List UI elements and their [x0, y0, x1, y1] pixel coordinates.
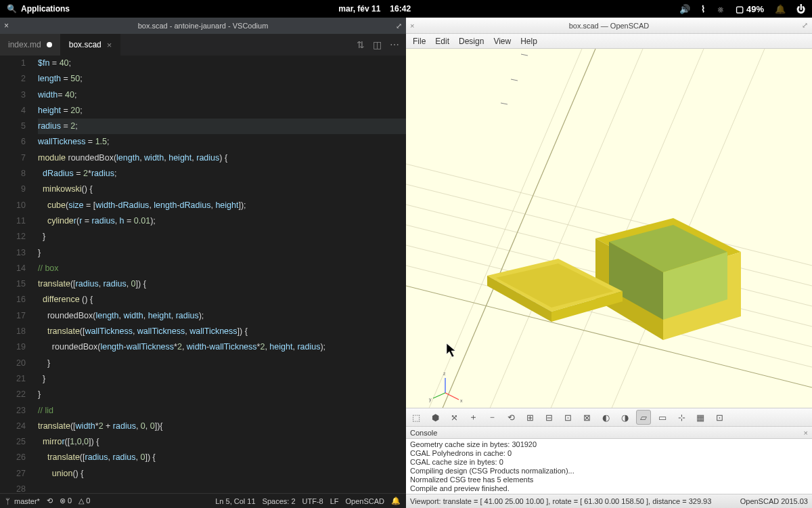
axes-icon[interactable]: ⊹ — [674, 410, 689, 425]
code-content[interactable]: $fn = 40;length = 50;width= 40;height = … — [38, 56, 406, 493]
tab-label: box.scad — [69, 40, 102, 49]
battery-indicator[interactable]: ▢ 49% — [736, 4, 764, 14]
menu-design[interactable]: Design — [455, 35, 488, 47]
preview-icon[interactable]: ⬚ — [409, 410, 424, 425]
tab-label: index.md — [8, 40, 41, 49]
zoom-out-icon[interactable]: － — [484, 410, 499, 425]
search-icon: 🔍 — [7, 4, 17, 14]
bell-icon[interactable]: 🔔 — [391, 496, 401, 505]
svg-line-11 — [440, 49, 595, 408]
tab-box-scad[interactable]: box.scad × — [61, 34, 121, 56]
vscodium-window: × box.scad - antoine-jaunard - VSCodium … — [0, 18, 406, 508]
line-gutter: 1234567891011121314151617181920212223242… — [0, 56, 38, 493]
clock[interactable]: mar, fév 11 16:42 — [338, 4, 411, 14]
code-editor[interactable]: 1234567891011121314151617181920212223242… — [0, 56, 406, 493]
svg-text:x: x — [460, 398, 463, 403]
menu-edit[interactable]: Edit — [431, 35, 453, 47]
window-title: box.scad — OpenSCAD — [569, 22, 650, 30]
reset-view-icon[interactable]: ⟲ — [503, 410, 518, 425]
language-mode[interactable]: OpenSCAD — [346, 497, 384, 505]
svg-line-7 — [487, 49, 643, 408]
scale-icon[interactable]: ⊡ — [712, 410, 727, 425]
time-label: 16:42 — [390, 4, 411, 14]
view-right-icon[interactable]: ⊞ — [522, 410, 537, 425]
console-output[interactable]: Geometry cache size in bytes: 301920CGAL… — [406, 439, 812, 494]
menu-view[interactable]: View — [489, 35, 515, 47]
more-icon[interactable]: ⋯ — [390, 39, 399, 50]
applications-label: Applications — [21, 4, 70, 14]
version-label: OpenSCAD 2015.03 — [740, 497, 808, 505]
view-left-icon[interactable]: ⊠ — [579, 410, 594, 425]
console-header[interactable]: Console × — [406, 427, 812, 439]
warnings-count[interactable]: △ 0 — [78, 496, 90, 505]
maximize-icon[interactable]: ⤢ — [396, 22, 402, 30]
svg-line-14 — [521, 54, 528, 56]
notifications-icon[interactable]: 🔔 — [775, 4, 786, 14]
applications-menu[interactable]: 🔍 Applications — [7, 4, 70, 14]
perspective-icon[interactable]: ▱ — [636, 410, 651, 425]
orthogonal-icon[interactable]: ▭ — [655, 410, 670, 425]
errors-count[interactable]: ⊗ 0 — [60, 496, 72, 505]
3d-viewport[interactable]: z x y — [406, 49, 812, 408]
vscodium-statusbar: ᛘ master* ⟲ ⊗ 0 △ 0 Ln 5, Col 11 Spaces:… — [0, 493, 406, 508]
window-title: box.scad - antoine-jaunard - VSCodium — [138, 22, 269, 30]
render-box — [595, 218, 741, 340]
svg-text:z: z — [443, 371, 446, 376]
cursor-position[interactable]: Ln 5, Col 11 — [215, 497, 255, 505]
view-back-icon[interactable]: ◑ — [617, 410, 632, 425]
cursor-icon — [447, 343, 455, 357]
volume-icon[interactable]: 🔊 — [679, 4, 690, 14]
zoom-in-icon[interactable]: ＋ — [466, 410, 480, 425]
svg-line-6 — [426, 49, 582, 408]
menu-file[interactable]: File — [409, 35, 430, 47]
view-bottom-icon[interactable]: ⊡ — [560, 410, 575, 425]
close-icon[interactable]: × — [410, 22, 414, 30]
edges-icon[interactable]: ▦ — [693, 410, 708, 425]
close-icon[interactable]: × — [107, 40, 112, 50]
modified-dot-icon — [47, 42, 52, 47]
view-top-icon[interactable]: ⊟ — [541, 410, 556, 425]
viewport-info: Viewport: translate = [ 41.00 25.00 10.0… — [410, 497, 711, 505]
date-label: mar, fév 11 — [338, 4, 380, 14]
openscad-window: × box.scad — OpenSCAD ⤢ File Edit Design… — [406, 18, 812, 508]
close-icon[interactable]: × — [804, 429, 808, 437]
compare-icon[interactable]: ⇅ — [357, 39, 365, 50]
tab-index-md[interactable]: index.md — [0, 34, 61, 56]
power-icon[interactable]: ⏻ — [796, 4, 805, 14]
git-branch[interactable]: ᛘ master* — [5, 497, 40, 505]
editor-tabs: index.md box.scad × ⇅ ◫ ⋯ — [0, 34, 406, 56]
svg-text:y: y — [429, 397, 432, 402]
system-topbar: 🔍 Applications mar, fév 11 16:42 🔊 ⌇ ⨳ ▢… — [0, 0, 812, 18]
split-icon[interactable]: ◫ — [373, 39, 382, 50]
menu-help[interactable]: Help — [516, 35, 541, 47]
eol-info[interactable]: LF — [330, 497, 339, 505]
sync-icon[interactable]: ⟲ — [47, 496, 53, 505]
wifi-icon[interactable]: ⌇ — [701, 4, 705, 14]
openscad-titlebar[interactable]: × box.scad — OpenSCAD ⤢ — [406, 18, 812, 34]
vscodium-titlebar[interactable]: × box.scad - antoine-jaunard - VSCodium … — [0, 18, 406, 34]
openscad-statusbar: Viewport: translate = [ 41.00 25.00 10.0… — [406, 494, 812, 508]
svg-line-12 — [501, 103, 508, 104]
console-label: Console — [410, 429, 437, 437]
view-all-icon[interactable]: ⤧ — [447, 410, 461, 425]
view-front-icon[interactable]: ◐ — [598, 410, 613, 425]
system-tray: 🔊 ⌇ ⨳ ▢ 49% 🔔 ⏻ — [679, 4, 805, 14]
bluetooth-icon[interactable]: ⨳ — [716, 4, 725, 14]
render-icon[interactable]: ⬢ — [428, 410, 443, 425]
svg-line-13 — [511, 79, 518, 81]
openscad-menubar: File Edit Design View Help — [406, 34, 812, 49]
encoding-info[interactable]: UTF-8 — [302, 497, 323, 505]
indent-info[interactable]: Spaces: 2 — [263, 497, 296, 505]
openscad-toolbar: ⬚ ⬢ ⤧ ＋ － ⟲ ⊞ ⊟ ⊡ ⊠ ◐ ◑ ▱ ▭ ⊹ ▦ ⊡ — [406, 408, 812, 427]
svg-line-27 — [433, 393, 445, 398]
maximize-icon[interactable]: ⤢ — [802, 21, 808, 30]
close-icon[interactable]: × — [4, 21, 9, 30]
